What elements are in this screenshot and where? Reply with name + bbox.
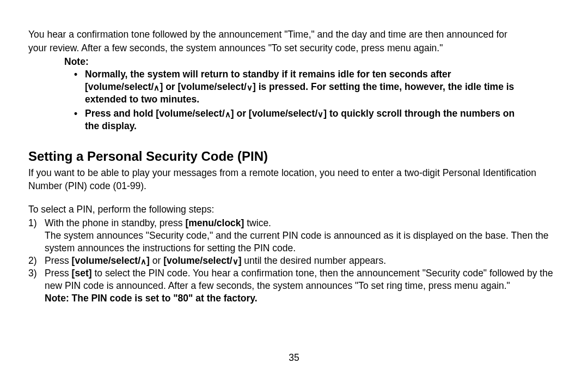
body-paragraph-1: If you want to be able to play your mess… [28, 167, 560, 192]
step-3-number: 3) [28, 267, 45, 280]
step-1-number: 1) [28, 217, 45, 229]
body-paragraph-2: To select a PIN, perform the following s… [28, 203, 560, 216]
step-3-text: Press [set] to select the PIN code. You … [45, 267, 560, 292]
up-arrow-icon: ∧ [140, 257, 146, 266]
note-bullet-2-line1: Press and hold [volume/select/∧] or [vol… [85, 108, 514, 119]
step-1: 1) With the phone in standby, press [men… [28, 217, 560, 255]
down-arrow-icon: ∨ [317, 109, 323, 118]
up-arrow-icon: ∧ [225, 109, 231, 118]
intro-line-1: You hear a confirmation tone followed by… [28, 28, 560, 41]
note-bullet-1: Normally, the system will return to stan… [74, 68, 560, 106]
step-2: 2) Press [volume/select/∧] or [volume/se… [28, 255, 560, 267]
step-2-number: 2) [28, 255, 45, 267]
page-number: 35 [0, 352, 588, 364]
note-bullet-2: Press and hold [volume/select/∧] or [vol… [74, 107, 560, 132]
step-1-text: With the phone in standby, press [menu/c… [45, 217, 560, 255]
document-page: You hear a confirmation tone followed by… [0, 0, 588, 375]
note-label: Note: [64, 56, 560, 68]
step-2-text: Press [volume/select/∧] or [volume/selec… [45, 255, 560, 267]
factory-note: Note: The PIN code is set to "80" at the… [45, 292, 560, 305]
down-arrow-icon: ∨ [232, 257, 238, 266]
note-block: Note: Normally, the system will return t… [64, 56, 560, 132]
note-bullet-1-line1: Normally, the system will return to stan… [85, 69, 451, 80]
intro-line-2: your review. After a few seconds, the sy… [28, 42, 560, 55]
note-bullet-1-line2: [volume/select/∧] or [volume/select/∨] i… [85, 81, 514, 92]
steps-list: 1) With the phone in standby, press [men… [28, 217, 560, 305]
section-heading: Setting a Personal Security Code (PIN) [28, 148, 560, 165]
up-arrow-icon: ∧ [154, 83, 160, 92]
down-arrow-icon: ∨ [247, 83, 253, 92]
note-bullet-1-line3: extended to two minutes. [85, 94, 199, 105]
note-bullet-2-line2: the display. [85, 120, 137, 131]
step-3: 3) Press [set] to select the PIN code. Y… [28, 267, 560, 292]
